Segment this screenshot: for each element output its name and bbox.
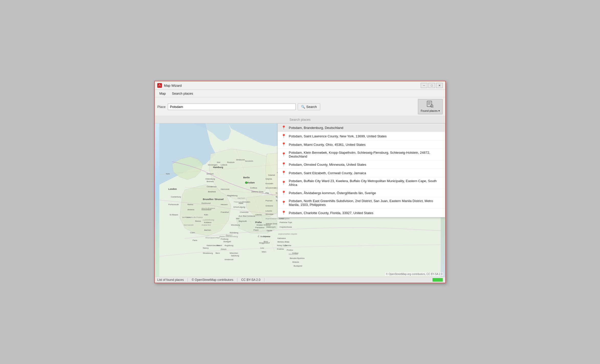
found-place-item[interactable]: 📍Potsdam, Miami County, Ohio, 45361, Uni… [278,140,445,149]
svg-text:Strasbourg: Strasbourg [203,252,213,254]
svg-text:województwo dolnośląskie: województwo dolnośląskie [265,217,290,220]
svg-text:Hauts-de-France: Hauts-de-France [187,216,203,218]
svg-text:Erfurt: Erfurt [234,206,239,208]
svg-text:Szczecin: Szczecin [245,160,253,162]
found-place-item[interactable]: 📍Potsdam, Charlotte County, Florida, 339… [278,209,445,217]
svg-text:Nancy: Nancy [203,247,209,249]
pin-icon: 📍 [281,191,286,195]
svg-text:Canterbury: Canterbury [171,196,181,198]
svg-text:Łódź: Łódź [280,217,284,220]
place-name-text: Potsdam, Saint Lawrence County, New York… [289,134,387,138]
svg-text:Reims: Reims [195,220,201,222]
svg-text:Groningen: Groningen [208,164,217,166]
svg-text:Paris: Paris [193,239,197,241]
svg-text:Cottbus: Cottbus [250,187,257,189]
svg-text:Wałbrzych: Wałbrzych [266,226,276,228]
pin-icon: 📍 [281,142,286,147]
found-places-button[interactable]: Found places ▾ [418,99,443,114]
svg-text:Normandie: Normandie [184,224,194,226]
window-controls: ─ □ ✕ [421,83,443,88]
pin-icon: 📍 [281,162,286,167]
found-place-item[interactable]: 📍Potsdam, Klein Bennebek, Kropp-Stapelho… [278,149,445,160]
svg-text:Nürnberg: Nürnberg [230,231,238,234]
menu-item-map[interactable]: Map [157,91,168,96]
svg-text:Gniezno: Gniezno [265,205,273,207]
svg-text:Grand Est: Grand Est [202,224,211,226]
main-window: Map Wizard ─ □ ✕ Map Search places Place… [154,81,446,283]
map-container[interactable]: London Canterbury Portsmouth St Albans Y… [155,123,445,277]
pin-icon: 📍 [281,125,286,130]
main-area: Search places [155,116,445,277]
pin-icon: 📍 [281,181,286,185]
close-button[interactable]: ✕ [436,83,443,88]
found-place-item[interactable]: 📍Potsdam, Saint Lawrence County, New Yor… [278,132,445,140]
svg-text:Osnabrück: Osnabrück [207,185,217,188]
svg-text:Budapest: Budapest [294,265,303,267]
svg-text:Emmen: Emmen [207,173,214,175]
place-name-text: Potsdam, Brandenburg, Deutschland [289,126,343,130]
svg-text:London: London [168,188,177,190]
svg-text:Würzburg: Würzburg [231,224,240,226]
svg-text:Amiens: Amiens [187,208,194,211]
svg-text:St Albans: St Albans [170,214,178,216]
svg-text:Košice: Košice [292,252,299,254]
svg-text:Zielona Góra: Zielona Góra [251,191,263,193]
svg-text:Lübeck: Lübeck [221,164,228,166]
svg-text:Leszno: Leszno [265,210,272,212]
svg-text:Kiel: Kiel [217,161,220,163]
svg-text:Stuttgart: Stuttgart [223,240,231,243]
svg-text:Koszalin: Koszalin [265,182,273,185]
found-place-item[interactable]: 📍Potsdam, Åtvidabergs kommun, Östergötla… [278,189,445,197]
svg-text:Koblenz: Koblenz [204,221,212,224]
svg-text:Berlin: Berlin [243,176,250,179]
found-place-item[interactable]: 📍Potsdam, Olmsted County, Minnesota, Uni… [278,160,445,169]
pin-icon: 📍 [281,211,286,215]
status-bar-right [432,278,443,282]
found-place-item[interactable]: 📍Potsdam, Buffalo City Ward 23, Kwelera,… [278,177,445,189]
search-label: Search [306,105,317,109]
svg-text:Chemnitz: Chemnitz [240,211,249,213]
found-place-item[interactable]: 📍Potsdam, North East Greenhills Subdivis… [278,197,445,209]
found-place-item[interactable]: 📍Potsdam, Saint Elizabeth, Cornwall Coun… [278,169,445,177]
svg-text:Dresden: Dresden [242,201,250,203]
svg-text:Bern: Bern [216,252,220,254]
window-title: Map Wizard [164,84,419,87]
search-button[interactable]: 🔍 Search [298,103,320,110]
svg-text:Aue-Bad Schlema: Aue-Bad Schlema [239,215,255,217]
svg-text:Dortmund: Dortmund [202,202,210,204]
place-input[interactable] [168,104,296,110]
menu-bar: Map Search places [155,90,445,97]
place-name-text: Potsdam, Klein Bennebek, Kropp-Stapelhol… [289,151,441,158]
svg-text:Bayern: Bayern [226,234,232,236]
map-copyright: © OpenStreetMap.org contributors, CC BY-… [385,272,443,276]
svg-text:Hof: Hof [236,217,239,220]
svg-text:München: München [230,252,238,254]
svg-text:Stralsund: Stralsund [236,159,245,161]
search-placeholder-text: Search places [290,118,310,122]
svg-text:Częstochowa: Częstochowa [280,226,292,228]
svg-text:Freiburg: Freiburg [221,238,228,240]
svg-text:Bruxelles / Brussel: Bruxelles / Brussel [203,198,224,201]
svg-text:Frankfurt: Frankfurt [221,211,229,213]
svg-text:Hamburg: Hamburg [213,166,223,169]
svg-text:Bielefeld: Bielefeld [208,191,216,193]
svg-text:Brno: Brno [264,240,268,243]
place-name-text: Potsdam, Olmsted County, Minnesota, Unit… [289,163,366,167]
title-bar: Map Wizard ─ □ ✕ [155,81,445,90]
minimize-button[interactable]: ─ [421,83,427,88]
pin-icon: 📍 [281,171,286,175]
pin-icon: 📍 [281,201,286,205]
map-background: London Canterbury Portsmouth St Albans Y… [155,123,445,277]
svg-text:Wrocław: Wrocław [265,213,273,215]
svg-line-8 [433,107,433,107]
svg-text:Liberec: Liberec [255,214,262,216]
svg-text:Reims: Reims [187,203,193,206]
maximize-button[interactable]: □ [428,83,435,88]
svg-text:województwo śląskie: województwo śląskie [278,233,297,235]
svg-text:Poznań: Poznań [265,200,272,202]
svg-text:Caen: Caen [190,231,195,234]
svg-text:Sachsen: Sachsen [237,197,246,199]
menu-item-search-places[interactable]: Search places [169,91,195,96]
found-place-item[interactable]: 📍Potsdam, Brandenburg, Deutschland [278,124,445,132]
svg-text:Piotrków Tryb.: Piotrków Tryb. [280,221,293,224]
